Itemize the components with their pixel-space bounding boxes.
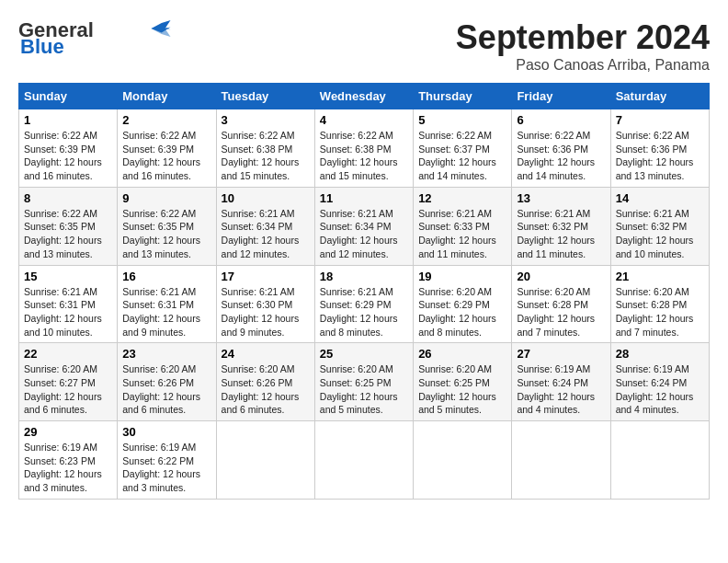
calendar-week-row: 29 Sunrise: 6:19 AM Sunset: 6:23 PM Dayl… [19, 421, 710, 500]
page-header: General Blue September 2024 Paso Canoas … [18, 18, 710, 74]
day-number: 3 [222, 113, 310, 127]
calendar-week-row: 8 Sunrise: 6:22 AM Sunset: 6:35 PM Dayli… [19, 187, 710, 265]
day-info: Sunrise: 6:21 AM Sunset: 6:34 PM Dayligh… [222, 207, 310, 261]
day-info: Sunrise: 6:20 AM Sunset: 6:26 PM Dayligh… [222, 362, 310, 417]
day-info: Sunrise: 6:21 AM Sunset: 6:31 PM Dayligh… [24, 285, 112, 339]
day-number: 20 [517, 270, 605, 283]
day-info: Sunrise: 6:19 AM Sunset: 6:23 PM Dayligh… [24, 441, 112, 495]
calendar-day-cell: 8 Sunrise: 6:22 AM Sunset: 6:35 PM Dayli… [19, 187, 118, 265]
day-info: Sunrise: 6:22 AM Sunset: 6:38 PM Dayligh… [320, 129, 408, 183]
day-info: Sunrise: 6:22 AM Sunset: 6:36 PM Dayligh… [616, 129, 704, 183]
day-info: Sunrise: 6:22 AM Sunset: 6:37 PM Dayligh… [418, 129, 506, 183]
calendar-day-cell [512, 421, 610, 500]
calendar-day-cell: 1 Sunrise: 6:22 AM Sunset: 6:39 PM Dayli… [19, 109, 118, 188]
day-number: 17 [222, 270, 310, 283]
calendar-week-row: 15 Sunrise: 6:21 AM Sunset: 6:31 PM Dayl… [19, 265, 710, 343]
day-number: 21 [616, 270, 704, 283]
day-info: Sunrise: 6:19 AM Sunset: 6:22 PM Dayligh… [122, 441, 210, 495]
calendar-day-cell: 30 Sunrise: 6:19 AM Sunset: 6:22 PM Dayl… [118, 421, 216, 500]
calendar-day-cell: 15 Sunrise: 6:21 AM Sunset: 6:31 PM Dayl… [19, 265, 118, 343]
calendar-day-cell: 26 Sunrise: 6:20 AM Sunset: 6:25 PM Dayl… [414, 343, 512, 421]
calendar-day-cell: 7 Sunrise: 6:22 AM Sunset: 6:36 PM Dayli… [610, 109, 709, 188]
calendar-day-cell: 25 Sunrise: 6:20 AM Sunset: 6:25 PM Dayl… [314, 343, 413, 421]
day-number: 15 [24, 270, 112, 283]
logo-bird-icon [144, 20, 172, 37]
day-number: 28 [616, 347, 704, 361]
day-info: Sunrise: 6:21 AM Sunset: 6:29 PM Dayligh… [320, 285, 408, 339]
calendar-day-cell: 3 Sunrise: 6:22 AM Sunset: 6:38 PM Dayli… [216, 109, 314, 188]
calendar-day-cell: 5 Sunrise: 6:22 AM Sunset: 6:37 PM Dayli… [414, 109, 512, 188]
day-number: 14 [616, 191, 704, 205]
calendar-day-cell: 2 Sunrise: 6:22 AM Sunset: 6:39 PM Dayli… [118, 109, 216, 188]
day-number: 23 [122, 347, 210, 361]
day-number: 26 [418, 347, 506, 361]
day-info: Sunrise: 6:22 AM Sunset: 6:36 PM Dayligh… [517, 129, 605, 183]
day-number: 11 [320, 191, 408, 205]
logo-blue: Blue [20, 35, 64, 59]
day-number: 1 [24, 113, 112, 127]
day-info: Sunrise: 6:21 AM Sunset: 6:30 PM Dayligh… [222, 285, 310, 339]
day-number: 10 [222, 191, 310, 205]
day-info: Sunrise: 6:20 AM Sunset: 6:25 PM Dayligh… [320, 362, 408, 417]
svg-marker-1 [151, 24, 170, 37]
calendar-day-cell: 16 Sunrise: 6:21 AM Sunset: 6:31 PM Dayl… [118, 265, 216, 343]
calendar-day-cell [314, 421, 413, 500]
day-number: 13 [517, 191, 605, 205]
weekday-header: Tuesday [216, 84, 314, 109]
calendar-week-row: 1 Sunrise: 6:22 AM Sunset: 6:39 PM Dayli… [19, 109, 710, 188]
day-info: Sunrise: 6:22 AM Sunset: 6:39 PM Dayligh… [24, 129, 112, 183]
calendar-week-row: 22 Sunrise: 6:20 AM Sunset: 6:27 PM Dayl… [19, 343, 710, 421]
day-number: 19 [418, 270, 506, 283]
day-number: 18 [320, 270, 408, 283]
day-info: Sunrise: 6:19 AM Sunset: 6:24 PM Dayligh… [517, 362, 605, 417]
calendar-day-cell: 18 Sunrise: 6:21 AM Sunset: 6:29 PM Dayl… [314, 265, 413, 343]
calendar-day-cell: 19 Sunrise: 6:20 AM Sunset: 6:29 PM Dayl… [414, 265, 512, 343]
day-info: Sunrise: 6:22 AM Sunset: 6:38 PM Dayligh… [222, 129, 310, 183]
calendar-day-cell: 28 Sunrise: 6:19 AM Sunset: 6:24 PM Dayl… [610, 343, 709, 421]
calendar-day-cell: 13 Sunrise: 6:21 AM Sunset: 6:32 PM Dayl… [512, 187, 610, 265]
day-info: Sunrise: 6:21 AM Sunset: 6:32 PM Dayligh… [517, 207, 605, 261]
day-number: 22 [24, 347, 112, 361]
calendar-day-cell: 9 Sunrise: 6:22 AM Sunset: 6:35 PM Dayli… [118, 187, 216, 265]
calendar-day-cell: 17 Sunrise: 6:21 AM Sunset: 6:30 PM Dayl… [216, 265, 314, 343]
calendar-day-cell: 24 Sunrise: 6:20 AM Sunset: 6:26 PM Dayl… [216, 343, 314, 421]
day-number: 8 [24, 191, 112, 205]
month-title: September 2024 [456, 18, 710, 57]
day-number: 2 [122, 113, 210, 127]
day-info: Sunrise: 6:20 AM Sunset: 6:26 PM Dayligh… [122, 362, 210, 417]
day-info: Sunrise: 6:21 AM Sunset: 6:34 PM Dayligh… [320, 207, 408, 261]
calendar-day-cell: 20 Sunrise: 6:20 AM Sunset: 6:28 PM Dayl… [512, 265, 610, 343]
calendar-day-cell: 6 Sunrise: 6:22 AM Sunset: 6:36 PM Dayli… [512, 109, 610, 188]
weekday-header: Saturday [610, 84, 709, 109]
day-info: Sunrise: 6:21 AM Sunset: 6:31 PM Dayligh… [122, 285, 210, 339]
day-number: 25 [320, 347, 408, 361]
day-number: 9 [122, 191, 210, 205]
day-info: Sunrise: 6:21 AM Sunset: 6:32 PM Dayligh… [616, 207, 704, 261]
day-number: 4 [320, 113, 408, 127]
calendar-day-cell: 23 Sunrise: 6:20 AM Sunset: 6:26 PM Dayl… [118, 343, 216, 421]
calendar-day-cell: 4 Sunrise: 6:22 AM Sunset: 6:38 PM Dayli… [314, 109, 413, 188]
logo: General Blue [18, 18, 172, 59]
calendar-day-cell [216, 421, 314, 500]
calendar-day-cell [414, 421, 512, 500]
day-info: Sunrise: 6:22 AM Sunset: 6:35 PM Dayligh… [122, 207, 210, 261]
calendar-day-cell: 11 Sunrise: 6:21 AM Sunset: 6:34 PM Dayl… [314, 187, 413, 265]
day-info: Sunrise: 6:20 AM Sunset: 6:29 PM Dayligh… [418, 285, 506, 339]
day-info: Sunrise: 6:21 AM Sunset: 6:33 PM Dayligh… [418, 207, 506, 261]
location: Paso Canoas Arriba, Panama [456, 57, 710, 74]
day-info: Sunrise: 6:22 AM Sunset: 6:39 PM Dayligh… [122, 129, 210, 183]
day-info: Sunrise: 6:19 AM Sunset: 6:24 PM Dayligh… [616, 362, 704, 417]
day-info: Sunrise: 6:22 AM Sunset: 6:35 PM Dayligh… [24, 207, 112, 261]
day-info: Sunrise: 6:20 AM Sunset: 6:27 PM Dayligh… [24, 362, 112, 417]
day-number: 27 [517, 347, 605, 361]
weekday-header: Sunday [19, 84, 118, 109]
day-number: 5 [418, 113, 506, 127]
day-number: 7 [616, 113, 704, 127]
day-number: 30 [122, 425, 210, 439]
calendar-day-cell [610, 421, 709, 500]
calendar-day-cell: 27 Sunrise: 6:19 AM Sunset: 6:24 PM Dayl… [512, 343, 610, 421]
calendar-header-row: SundayMondayTuesdayWednesdayThursdayFrid… [19, 84, 710, 109]
day-info: Sunrise: 6:20 AM Sunset: 6:28 PM Dayligh… [616, 285, 704, 339]
calendar-day-cell: 12 Sunrise: 6:21 AM Sunset: 6:33 PM Dayl… [414, 187, 512, 265]
weekday-header: Thursday [414, 84, 512, 109]
